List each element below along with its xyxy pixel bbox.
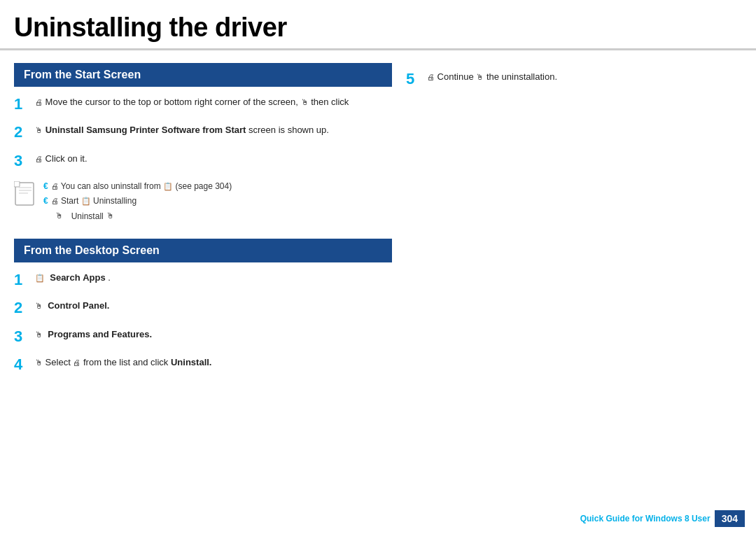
desktop-step-3-number: 3 [14,328,28,346]
desktop-step-3-content: 🖱 Programs and Features. [35,328,392,342]
step-3-icon1: 🖨 [35,155,43,163]
step-2-number: 2 [14,123,28,141]
page-title: Uninstalling the driver [14,13,742,43]
note-bold-uninstalling: Uninstalling [93,196,136,206]
note-icon-1: 🖨 [51,182,59,190]
desktop-step-3-bold: Programs and Features. [48,329,152,339]
desktop-step-4-icon1: 🖱 [35,358,43,367]
step-2-icon1: 🖱 [35,126,43,134]
right-column: 5 🖨 Continue 🖱 the uninstallation. [406,63,742,384]
note-icon-3: 🖨 [51,197,59,205]
step-1-number: 1 [14,95,28,113]
right-step-5-content: 🖨 Continue 🖱 the uninstallation. [427,70,742,84]
desktop-step-3-icon1: 🖱 [35,330,43,339]
section-header-start: From the Start Screen [14,63,392,87]
left-column: From the Start Screen 1 🖨 Move the curso… [14,63,392,384]
note-box: € 🖨 You can also uninstall from 📋 (see p… [14,180,392,225]
right-step-5-number: 5 [406,70,420,88]
step-1-content: 🖨 Move the cursor to the top or bottom r… [35,95,392,109]
desktop-step-1-bold-apps: Apps [83,272,106,283]
desktop-step-1-icon1: 📋 [35,274,45,282]
note-bullet-1: € [43,180,48,193]
desktop-step-1-content: 📋 Search Apps . [35,271,392,285]
desktop-step-1-number: 1 [14,271,28,289]
desktop-step-4: 4 🖱 Select 🖨 from the list and click Uni… [14,356,392,374]
desktop-step-1: 1 📋 Search Apps . [14,271,392,289]
desktop-section: From the Desktop Screen 1 📋 Search Apps … [14,239,392,374]
note-row-3: 🖱 Uninstall 🖱 [43,210,232,223]
step-2: 2 🖱 Uninstall Samsung Printer Software f… [14,123,392,141]
desktop-step-4-content: 🖱 Select 🖨 from the list and click Unins… [35,356,392,370]
note-row-2-text: 🖨 Start 📋 Uninstalling [51,195,136,208]
note-icon [14,181,36,206]
note-icon-5: 🖱 [55,210,63,223]
desktop-step-2-bold: Control Panel. [48,300,109,311]
page-container: Uninstalling the driver From the Start S… [0,0,756,534]
section-header-desktop-label: From the Desktop Screen [24,244,160,256]
page-footer: Quick Guide for Windows 8 User 304 [580,510,745,527]
step-1: 1 🖨 Move the cursor to the top or bottom… [14,95,392,113]
step-1-icon1: 🖨 [35,98,43,106]
content-layout: From the Start Screen 1 🖨 Move the curso… [0,56,756,391]
note-row-2: € 🖨 Start 📋 Uninstalling [43,195,232,208]
desktop-step-4-icon2: 🖨 [73,358,80,367]
desktop-step-2-number: 2 [14,299,28,317]
step-3-content: 🖨 Click on it. [35,152,392,166]
step-3-number: 3 [14,152,28,170]
note-bold-uninstall: Uninstall [71,210,104,223]
right-step-5-icon2: 🖱 [476,73,484,81]
footer-page: 304 [715,510,745,527]
desktop-step-2-icon1: 🖱 [35,302,43,310]
desktop-step-4-number: 4 [14,356,28,374]
desktop-step-1-bold-search: Search [50,272,80,283]
step-1-icon2: 🖱 [301,98,309,106]
note-bold-start: Start [61,196,78,206]
right-step-5-icon1: 🖨 [427,73,435,81]
svg-rect-4 [14,181,20,187]
step-2-bold: Uninstall Samsung Printer Software from … [46,125,246,135]
note-content: € 🖨 You can also uninstall from 📋 (see p… [43,180,232,225]
note-bullet-2: € [43,195,48,208]
step-3: 3 🖨 Click on it. [14,152,392,170]
note-icon-6: 🖱 [106,210,114,223]
right-step-5: 5 🖨 Continue 🖱 the uninstallation. [406,70,742,88]
footer-text: Quick Guide for Windows 8 User [580,514,710,524]
desktop-step-3: 3 🖱 Programs and Features. [14,328,392,346]
note-icon-2: 📋 [163,182,173,190]
desktop-step-4-bold: Uninstall. [171,357,212,367]
note-row-1-text: 🖨 You can also uninstall from 📋 (see pag… [51,180,232,193]
desktop-step-2: 2 🖱 Control Panel. [14,299,392,317]
note-row-1: € 🖨 You can also uninstall from 📋 (see p… [43,180,232,193]
section-header-start-label: From the Start Screen [24,69,141,80]
section-header-desktop: From the Desktop Screen [14,239,392,262]
desktop-step-2-content: 🖱 Control Panel. [35,299,392,313]
note-icon-4: 📋 [81,197,91,205]
title-section: Uninstalling the driver [0,0,756,50]
step-2-content: 🖱 Uninstall Samsung Printer Software fro… [35,123,392,137]
